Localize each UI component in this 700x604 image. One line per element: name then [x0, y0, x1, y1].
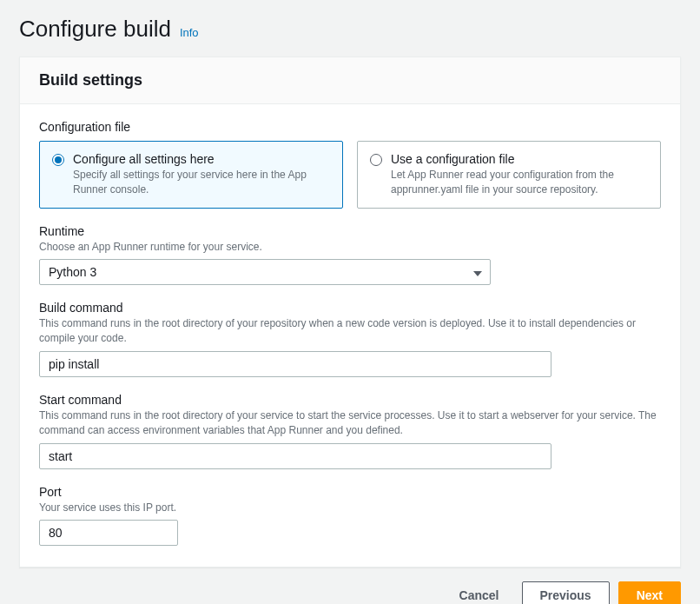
- info-link[interactable]: Info: [180, 26, 199, 39]
- port-input[interactable]: [39, 520, 178, 546]
- radio-icon: [52, 154, 64, 166]
- cancel-button[interactable]: Cancel: [446, 581, 513, 604]
- start-command-desc: This command runs in the root directory …: [39, 408, 661, 438]
- next-button[interactable]: Next: [618, 581, 681, 604]
- card-title: Build settings: [39, 71, 661, 90]
- build-command-input[interactable]: [39, 351, 551, 377]
- port-desc: Your service uses this IP port.: [39, 501, 661, 515]
- start-command-label: Start command: [39, 393, 661, 407]
- radio-title: Configure all settings here: [73, 152, 330, 166]
- runtime-desc: Choose an App Runner runtime for your se…: [39, 240, 661, 255]
- runtime-select[interactable]: Python 3: [39, 259, 491, 285]
- build-command-group: Build command This command runs in the r…: [39, 301, 661, 377]
- configuration-file-group: Configuration file Configure all setting…: [39, 120, 661, 209]
- port-label: Port: [39, 485, 661, 499]
- runtime-label: Runtime: [39, 224, 661, 238]
- radio-use-config-file[interactable]: Use a configuration file Let App Runner …: [357, 141, 661, 209]
- start-command-group: Start command This command runs in the r…: [39, 393, 661, 469]
- runtime-group: Runtime Choose an App Runner runtime for…: [39, 224, 661, 286]
- build-settings-card: Build settings Configuration file Config…: [19, 56, 681, 567]
- page-title: Configure build: [19, 16, 171, 43]
- radio-desc: Let App Runner read your configuration f…: [391, 168, 648, 197]
- build-command-desc: This command runs in the root directory …: [39, 316, 661, 346]
- card-header: Build settings: [20, 57, 680, 104]
- configuration-file-label: Configuration file: [39, 120, 661, 134]
- footer-actions: Cancel Previous Next: [0, 567, 700, 604]
- start-command-input[interactable]: [39, 443, 551, 469]
- previous-button[interactable]: Previous: [522, 581, 610, 604]
- build-command-label: Build command: [39, 301, 661, 315]
- radio-icon: [370, 154, 382, 166]
- radio-configure-here[interactable]: Configure all settings here Specify all …: [39, 141, 343, 209]
- port-group: Port Your service uses this IP port.: [39, 485, 661, 547]
- radio-desc: Specify all settings for your service he…: [73, 168, 330, 197]
- radio-title: Use a configuration file: [391, 152, 648, 166]
- page-header: Configure build Info: [0, 0, 700, 56]
